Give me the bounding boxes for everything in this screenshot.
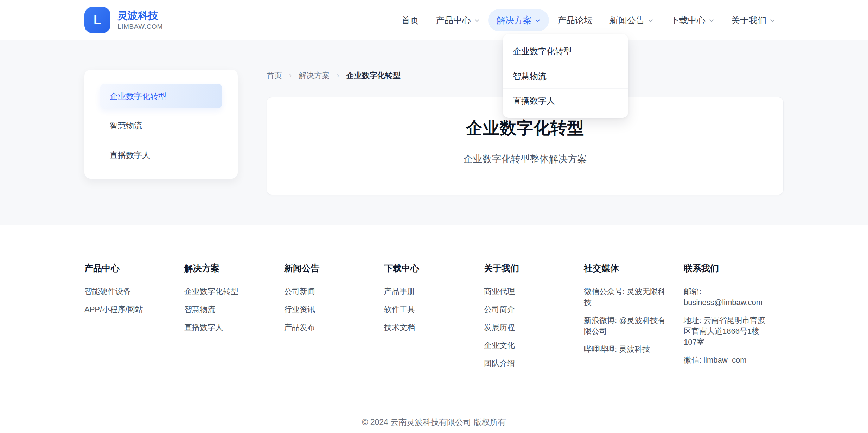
footer-column-title: 产品中心 <box>84 262 172 274</box>
footer-column-downloads: 下载中心产品手册软件工具技术文档 <box>384 262 484 376</box>
chevron-down-icon <box>474 18 480 24</box>
nav-item-news[interactable]: 新闻公告 <box>601 9 662 31</box>
footer-column-solutions: 解决方案企业数字化转型智慧物流直播数字人 <box>184 262 284 376</box>
footer-link[interactable]: 公司新闻 <box>284 286 371 297</box>
footer-column-about: 关于我们商业代理公司简介发展历程企业文化团队介绍 <box>484 262 584 376</box>
breadcrumb-link[interactable]: 解决方案 <box>299 70 330 81</box>
footer-link[interactable]: 公司简介 <box>484 304 571 315</box>
sidebar-item-digital-transformation[interactable]: 企业数字化转型 <box>100 84 222 108</box>
footer-column-news: 新闻公告公司新闻行业资讯产品发布 <box>284 262 384 376</box>
nav-item-label: 解决方案 <box>497 14 532 26</box>
brand-name: 灵波科技 <box>117 9 163 22</box>
sidebar-item-live-digital-human[interactable]: 直播数字人 <box>100 143 222 167</box>
chevron-down-icon <box>535 18 541 24</box>
chevron-right-icon: › <box>337 71 339 80</box>
footer-link[interactable]: 发展历程 <box>484 322 571 333</box>
footer-link[interactable]: 团队介绍 <box>484 358 571 369</box>
main-nav: 首页产品中心解决方案产品论坛新闻公告下载中心关于我们 <box>393 9 784 31</box>
footer-link[interactable]: 哔哩哔哩: 灵波科技 <box>584 344 671 355</box>
content-section: 企业数字化转型智慧物流直播数字人 首页›解决方案›企业数字化转型 企业数字化转型… <box>0 40 868 225</box>
footer-link[interactable]: 微信公众号: 灵波无限科技 <box>584 286 671 308</box>
footer-column-products: 产品中心智能硬件设备APP/小程序/网站 <box>84 262 184 376</box>
footer-link[interactable]: 技术文档 <box>384 322 471 333</box>
chevron-down-icon <box>770 18 775 24</box>
footer-column-title: 解决方案 <box>184 262 272 274</box>
brand-logo[interactable]: L 灵波科技 LIMBAW.COM <box>84 7 163 33</box>
footer-columns: 产品中心智能硬件设备APP/小程序/网站解决方案企业数字化转型智慧物流直播数字人… <box>84 262 784 376</box>
footer-link[interactable]: 企业文化 <box>484 340 571 351</box>
nav-item-about[interactable]: 关于我们 <box>723 9 784 31</box>
footer-link[interactable]: APP/小程序/网站 <box>84 304 172 315</box>
footer-link[interactable]: 企业数字化转型 <box>184 286 272 297</box>
nav-item-label: 首页 <box>401 14 419 26</box>
footer-column-social: 社交媒体微信公众号: 灵波无限科技新浪微博: @灵波科技有限公司哔哩哔哩: 灵波… <box>584 262 684 376</box>
footer-link[interactable]: 智能硬件设备 <box>84 286 172 297</box>
nav-item-solutions[interactable]: 解决方案 <box>488 9 549 31</box>
breadcrumb-current: 企业数字化转型 <box>346 70 401 81</box>
footer-link[interactable]: 智慧物流 <box>184 304 272 315</box>
footer: 产品中心智能硬件设备APP/小程序/网站解决方案企业数字化转型智慧物流直播数字人… <box>0 225 868 428</box>
chevron-down-icon <box>648 18 653 24</box>
logo-letter-icon: L <box>84 7 110 33</box>
breadcrumb-link[interactable]: 首页 <box>267 70 282 81</box>
solutions-sidebar: 企业数字化转型智慧物流直播数字人 <box>84 70 238 179</box>
footer-column-title: 联系我们 <box>684 262 771 274</box>
dropdown-item-smart-logistics[interactable]: 智慧物流 <box>503 64 628 88</box>
brand-domain: LIMBAW.COM <box>117 23 163 31</box>
footer-link[interactable]: 微信: limbaw_com <box>684 355 771 365</box>
footer-link[interactable]: 软件工具 <box>384 304 471 315</box>
footer-link[interactable]: 新浪微博: @灵波科技有限公司 <box>584 315 671 337</box>
nav-item-label: 产品中心 <box>436 14 471 26</box>
solutions-dropdown-menu: 企业数字化转型智慧物流直播数字人 <box>503 34 628 118</box>
nav-item-downloads[interactable]: 下载中心 <box>662 9 723 31</box>
footer-link[interactable]: 商业代理 <box>484 286 571 297</box>
nav-item-label: 产品论坛 <box>557 14 593 26</box>
header: L 灵波科技 LIMBAW.COM 首页产品中心解决方案产品论坛新闻公告下载中心… <box>0 0 868 40</box>
footer-column-title: 新闻公告 <box>284 262 371 274</box>
footer-column-title: 社交媒体 <box>584 262 671 274</box>
chevron-right-icon: › <box>289 71 292 80</box>
footer-link[interactable]: 行业资讯 <box>284 304 371 315</box>
footer-link[interactable]: 产品手册 <box>384 286 471 297</box>
footer-link[interactable]: 产品发布 <box>284 322 371 333</box>
nav-item-forum[interactable]: 产品论坛 <box>549 9 601 31</box>
nav-item-label: 新闻公告 <box>609 14 645 26</box>
footer-column-title: 关于我们 <box>484 262 571 274</box>
footer-link[interactable]: 邮箱: business@limbaw.com <box>684 286 771 308</box>
nav-item-home[interactable]: 首页 <box>393 9 427 31</box>
page-title: 企业数字化转型 <box>267 117 783 139</box>
footer-link[interactable]: 地址: 云南省昆明市官渡区官南大道1866号1楼107室 <box>684 315 771 348</box>
page-subtitle: 企业数字化转型整体解决方案 <box>267 153 783 165</box>
footer-link[interactable]: 直播数字人 <box>184 322 272 333</box>
dropdown-item-digital-transformation[interactable]: 企业数字化转型 <box>503 39 628 64</box>
footer-column-title: 下载中心 <box>384 262 471 274</box>
footer-column-contact: 联系我们邮箱: business@limbaw.com地址: 云南省昆明市官渡区… <box>684 262 784 376</box>
sidebar-item-smart-logistics[interactable]: 智慧物流 <box>100 113 222 138</box>
nav-item-label: 关于我们 <box>731 14 766 26</box>
nav-item-products[interactable]: 产品中心 <box>427 9 488 31</box>
dropdown-item-live-digital-human[interactable]: 直播数字人 <box>503 88 628 113</box>
nav-item-label: 下载中心 <box>670 14 706 26</box>
copyright-text: © 2024 云南灵波科技有限公司 版权所有 <box>84 399 784 428</box>
chevron-down-icon <box>709 18 714 24</box>
